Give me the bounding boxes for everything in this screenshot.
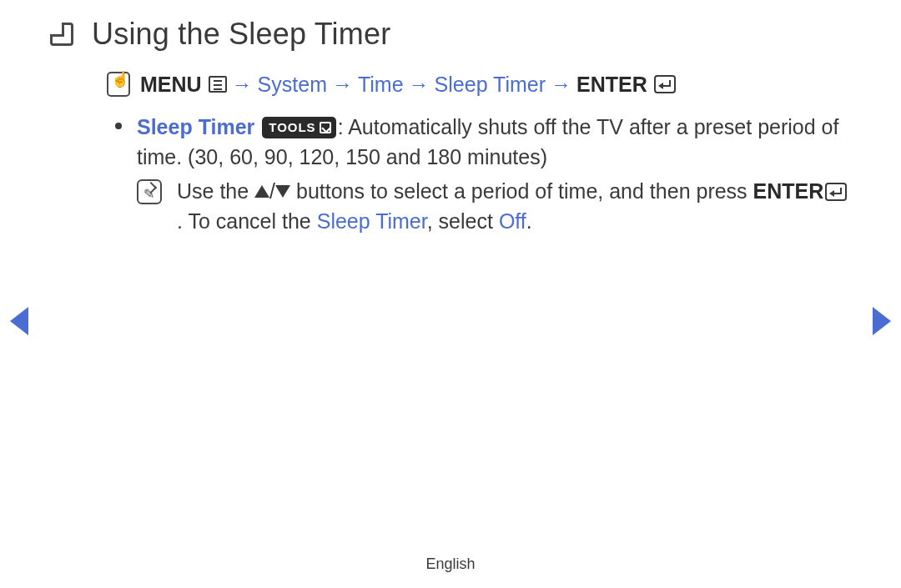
page-title: Using the Sleep Timer	[92, 17, 390, 52]
up-arrow-icon	[254, 185, 269, 198]
arrow-icon: →	[232, 73, 253, 97]
tools-badge-label: TOOLS	[269, 118, 315, 137]
note-icon	[137, 179, 162, 204]
tools-badge: TOOLS	[262, 117, 335, 138]
note-t2: buttons to select a period of time, and …	[290, 179, 753, 203]
footer-language: English	[0, 555, 901, 573]
feature-item: Sleep Timer TOOLS: Automatically shuts o…	[107, 112, 851, 236]
bullet-icon	[115, 123, 122, 129]
note-t1: Use the	[177, 179, 254, 203]
note-t3: . To cancel the	[177, 209, 317, 233]
content-block: MENU → System → Time → Sleep Timer → ENT…	[107, 72, 851, 236]
next-page-arrow[interactable]	[873, 307, 891, 335]
section-bullet-icon	[50, 23, 73, 46]
enter-button-icon	[654, 75, 676, 93]
menu-path: MENU → System → Time → Sleep Timer → ENT…	[107, 72, 851, 97]
path-time: Time	[358, 73, 404, 97]
arrow-icon: →	[551, 73, 571, 97]
note-t5: .	[526, 209, 532, 233]
arrow-icon: →	[332, 73, 353, 97]
tools-badge-icon	[320, 122, 331, 133]
down-arrow-icon	[275, 185, 290, 198]
slash: /	[269, 179, 275, 203]
menu-button-icon	[209, 76, 227, 93]
path-system: System	[258, 73, 327, 97]
enter-button-icon	[825, 183, 847, 201]
title-row: Using the Sleep Timer	[50, 17, 851, 52]
enter-label: ENTER	[576, 73, 647, 97]
note-body: Use the / buttons to select a period of …	[177, 176, 851, 237]
manual-page: Using the Sleep Timer MENU → System → Ti…	[0, 0, 901, 236]
note-off: Off	[499, 209, 526, 233]
touch-icon	[107, 72, 130, 97]
prev-page-arrow[interactable]	[10, 307, 28, 335]
note-enter: ENTER	[753, 179, 824, 203]
note-sleep: Sleep Timer	[317, 209, 427, 233]
menu-label: MENU	[140, 73, 202, 97]
note-row: Use the / buttons to select a period of …	[107, 176, 851, 237]
feature-body: Sleep Timer TOOLS: Automatically shuts o…	[137, 112, 851, 236]
path-sleep-timer: Sleep Timer	[435, 73, 546, 97]
note-t4: , select	[427, 209, 499, 233]
feature-name: Sleep Timer	[137, 115, 254, 138]
arrow-icon: →	[409, 73, 430, 97]
